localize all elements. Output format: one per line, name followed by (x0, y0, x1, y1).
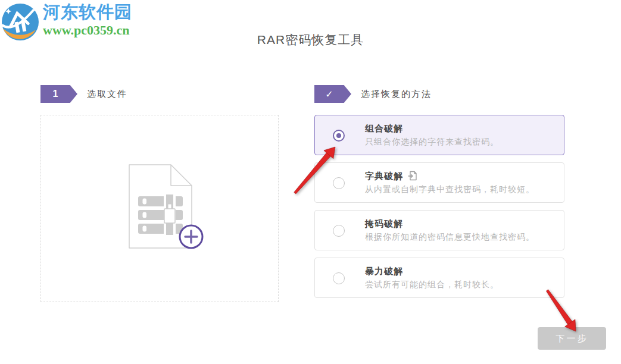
step-check-badge: ✓ (314, 85, 351, 103)
radio-bruteforce[interactable] (333, 272, 345, 284)
check-icon: ✓ (325, 89, 333, 100)
rar-file-icon[interactable] (124, 160, 214, 255)
file-dropzone[interactable] (40, 115, 279, 302)
step-number-badge: 1 (40, 85, 77, 103)
method-option-combination[interactable]: 组合破解 只组合你选择的字符来查找密码。 (314, 115, 564, 155)
method-title: 暴力破解 (365, 265, 499, 277)
annotation-arrow-next-button (539, 284, 583, 338)
step-method-label: 选择恢复的方法 (361, 89, 432, 100)
step-method-header: ✓ 选择恢复的方法 (314, 85, 432, 103)
method-description: 从内置或自制字典中查找密码，耗时较短。 (365, 182, 535, 196)
app-window: 河东软件园 www.pc0359.cn RAR密码恢复工具 1 选取文件 ✓ 选… (0, 0, 621, 364)
import-dictionary-file-icon[interactable] (408, 171, 417, 181)
page-title: RAR密码恢复工具 (0, 32, 621, 48)
method-title: 组合破解 (365, 122, 499, 134)
site-name: 河东软件园 (43, 1, 132, 23)
method-description: 尝试所有可能的组合，耗时较长。 (365, 277, 499, 291)
method-option-mask[interactable]: 掩码破解 根据你所知道的密码信息更快地查找密码。 (314, 210, 564, 250)
method-option-bruteforce[interactable]: 暴力破解 尝试所有可能的组合，耗时较长。 (314, 258, 564, 298)
method-description: 根据你所知道的密码信息更快地查找密码。 (365, 230, 535, 244)
method-description: 只组合你选择的字符来查找密码。 (365, 134, 499, 149)
radio-mask[interactable] (333, 225, 345, 237)
step-file-label: 选取文件 (87, 89, 127, 100)
annotation-arrow-selected-option (286, 140, 345, 199)
method-title: 字典破解 (365, 170, 403, 182)
method-option-dictionary[interactable]: 字典破解 从内置或自制字典中查找密码，耗时较短。 (314, 162, 564, 203)
step-file-header: 1 选取文件 (40, 85, 127, 103)
method-title: 掩码破解 (365, 217, 535, 230)
